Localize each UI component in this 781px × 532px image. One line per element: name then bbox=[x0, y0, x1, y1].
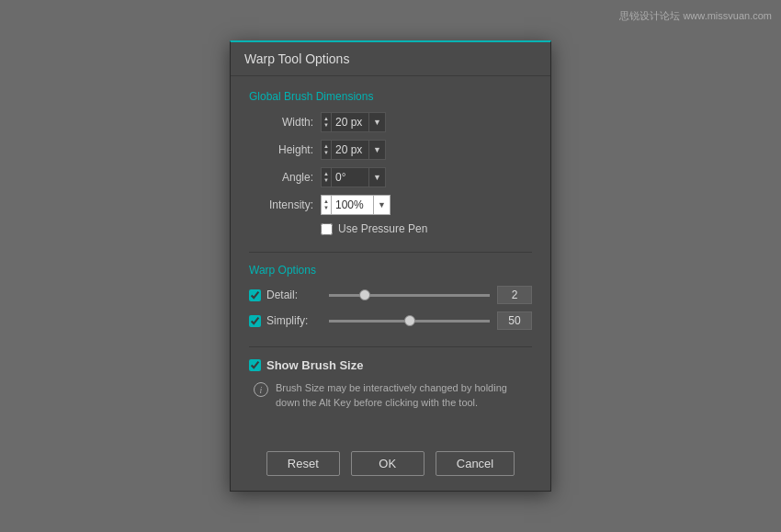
intensity-row: Intensity: ▲ ▼ 100% ▼ bbox=[249, 195, 532, 215]
angle-input[interactable]: ▲ ▼ 0° ▼ bbox=[321, 167, 386, 187]
intensity-down-arrow[interactable]: ▼ bbox=[323, 205, 329, 211]
angle-value: 0° bbox=[332, 171, 368, 184]
show-brush-label: Show Brush Size bbox=[266, 358, 363, 372]
simplify-slider[interactable] bbox=[329, 320, 490, 323]
intensity-value: 100% bbox=[332, 198, 373, 211]
cancel-button[interactable]: Cancel bbox=[436, 451, 515, 476]
warp-tool-options-dialog: Warp Tool Options Global Brush Dimension… bbox=[230, 40, 551, 492]
height-row: Height: ▲ ▼ 20 px ▼ bbox=[249, 140, 532, 160]
width-spinner[interactable]: ▲ ▼ bbox=[322, 112, 332, 132]
detail-slider[interactable] bbox=[329, 294, 490, 297]
intensity-spinner[interactable]: ▲ ▼ bbox=[322, 195, 332, 215]
simplify-row: Simplify: 50 bbox=[249, 311, 532, 330]
section-divider-2 bbox=[249, 346, 532, 347]
pressure-pen-checkbox[interactable] bbox=[321, 223, 333, 235]
height-spinner[interactable]: ▲ ▼ bbox=[322, 140, 332, 160]
warp-options-section: Warp Options Detail: 2 Simplify: 50 bbox=[249, 264, 532, 330]
intensity-label: Intensity: bbox=[249, 198, 313, 211]
height-up-arrow[interactable]: ▲ bbox=[323, 143, 329, 150]
watermark: 思锐设计论坛 www.missvuan.com bbox=[619, 9, 772, 23]
section-divider-1 bbox=[249, 252, 532, 253]
pressure-pen-label: Use Pressure Pen bbox=[338, 222, 427, 235]
width-up-arrow[interactable]: ▲ bbox=[323, 116, 329, 122]
angle-row: Angle: ▲ ▼ 0° ▼ bbox=[249, 167, 532, 187]
detail-checkbox[interactable] bbox=[249, 289, 261, 301]
warp-options-title: Warp Options bbox=[249, 264, 532, 277]
detail-row: Detail: 2 bbox=[249, 286, 532, 304]
dialog-title: Warp Tool Options bbox=[231, 42, 550, 76]
height-down-arrow[interactable]: ▼ bbox=[323, 150, 329, 156]
show-brush-checkbox[interactable] bbox=[249, 359, 261, 371]
global-brush-title: Global Brush Dimensions bbox=[249, 90, 532, 103]
info-text: Brush Size may be interactively changed … bbox=[276, 381, 532, 410]
info-icon: i bbox=[254, 382, 268, 397]
simplify-value: 50 bbox=[497, 311, 532, 330]
angle-label: Angle: bbox=[249, 171, 313, 184]
height-dropdown[interactable]: ▼ bbox=[368, 141, 385, 159]
width-label: Width: bbox=[249, 116, 313, 129]
width-down-arrow[interactable]: ▼ bbox=[323, 122, 329, 129]
width-input[interactable]: ▲ ▼ 20 px ▼ bbox=[321, 112, 386, 132]
intensity-input[interactable]: ▲ ▼ 100% ▼ bbox=[321, 195, 390, 215]
intensity-up-arrow[interactable]: ▲ bbox=[323, 198, 329, 205]
detail-label: Detail: bbox=[266, 289, 322, 301]
detail-value: 2 bbox=[497, 286, 532, 304]
height-input[interactable]: ▲ ▼ 20 px ▼ bbox=[321, 140, 386, 160]
width-dropdown[interactable]: ▼ bbox=[368, 113, 385, 131]
height-label: Height: bbox=[249, 143, 313, 156]
angle-spinner[interactable]: ▲ ▼ bbox=[322, 167, 332, 187]
ok-button[interactable]: OK bbox=[351, 451, 424, 476]
show-brush-row: Show Brush Size bbox=[249, 358, 532, 372]
width-value: 20 px bbox=[332, 116, 368, 129]
brush-size-section: Show Brush Size i Brush Size may be inte… bbox=[249, 358, 532, 410]
intensity-dropdown[interactable]: ▼ bbox=[373, 196, 390, 214]
global-brush-section: Global Brush Dimensions Width: ▲ ▼ 20 px… bbox=[249, 90, 532, 235]
simplify-label: Simplify: bbox=[266, 314, 322, 327]
width-row: Width: ▲ ▼ 20 px ▼ bbox=[249, 112, 532, 132]
height-value: 20 px bbox=[332, 143, 368, 156]
dialog-footer: Reset OK Cancel bbox=[231, 440, 550, 491]
info-row: i Brush Size may be interactively change… bbox=[254, 381, 532, 410]
simplify-checkbox[interactable] bbox=[249, 315, 261, 327]
reset-button[interactable]: Reset bbox=[266, 451, 340, 476]
pressure-pen-row: Use Pressure Pen bbox=[321, 222, 532, 235]
dialog-body: Global Brush Dimensions Width: ▲ ▼ 20 px… bbox=[231, 76, 550, 440]
angle-up-arrow[interactable]: ▲ bbox=[323, 171, 329, 177]
angle-dropdown[interactable]: ▼ bbox=[368, 168, 385, 187]
angle-down-arrow[interactable]: ▼ bbox=[323, 177, 329, 184]
